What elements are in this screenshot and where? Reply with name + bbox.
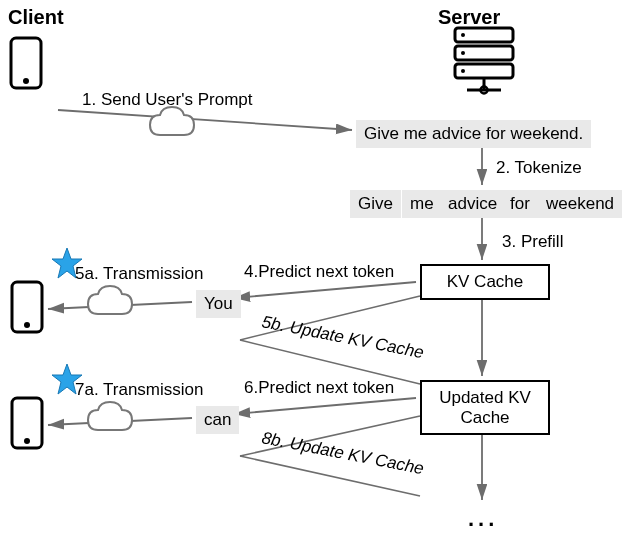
token-box: advice: [440, 190, 505, 218]
cloud-icon: [150, 107, 194, 135]
token-box: weekend: [538, 190, 622, 218]
step-2-label: 2. Tokenize: [496, 158, 582, 178]
client-heading: Client: [8, 6, 64, 29]
token-box: me: [402, 190, 442, 218]
predicted-token-box: can: [196, 406, 239, 434]
step-7a-label: 7a. Transmission: [75, 380, 204, 400]
svg-point-7: [461, 69, 465, 73]
prompt-box: Give me advice for weekend.: [356, 120, 591, 148]
phone-icon: [11, 38, 41, 88]
step-3-label: 3. Prefill: [502, 232, 563, 252]
svg-line-21: [234, 398, 416, 414]
continuation-ellipsis: ...: [468, 506, 498, 532]
svg-point-24: [24, 438, 30, 444]
svg-point-5: [461, 33, 465, 37]
step-5a-label: 5a. Transmission: [75, 264, 204, 284]
server-heading: Server: [438, 6, 500, 29]
step-1-label: 1. Send User's Prompt: [82, 90, 252, 110]
svg-line-11: [58, 110, 352, 130]
phone-icon: [12, 398, 42, 448]
cloud-icon: [88, 286, 132, 314]
server-icon: [455, 28, 513, 94]
phone-icon: [12, 282, 42, 332]
svg-point-1: [23, 78, 29, 84]
step-6-label: 6.Predict next token: [244, 378, 394, 398]
cloud-icon: [88, 402, 132, 430]
token-box: Give: [350, 190, 401, 218]
kv-cache-box: KV Cache: [420, 264, 550, 300]
svg-line-14: [234, 282, 416, 298]
updated-kv-cache-box: Updated KV Cache: [420, 380, 550, 435]
svg-point-6: [461, 51, 465, 55]
svg-point-17: [24, 322, 30, 328]
predicted-token-box: You: [196, 290, 241, 318]
step-4-label: 4.Predict next token: [244, 262, 394, 282]
token-box: for: [502, 190, 538, 218]
